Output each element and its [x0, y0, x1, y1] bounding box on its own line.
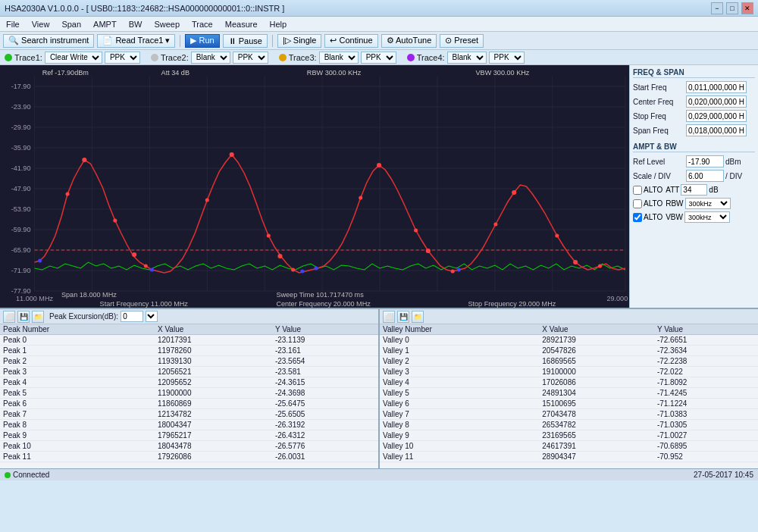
svg-point-51: [205, 199, 209, 202]
connected-indicator: [5, 472, 11, 478]
table-row: Valley 524891304-71.4245: [380, 388, 758, 399]
table-row: Peak 917965217-26.4312: [0, 430, 378, 441]
start-freq-label: Start Freq: [633, 83, 686, 92]
peak-btn3[interactable]: 📁: [32, 311, 44, 323]
svg-point-48: [573, 260, 578, 264]
scale-div-label: Scale / DIV: [633, 172, 686, 180]
menu-item-span[interactable]: Span: [58, 20, 84, 29]
trace-2-detect[interactable]: PPK: [233, 52, 268, 64]
svg-text:-65.90: -65.90: [11, 246, 31, 254]
app-title: HSA2030A V1.0.0.0 - [ USB0::1183::24682:…: [5, 4, 711, 13]
minimize-button[interactable]: −: [711, 2, 723, 14]
single-button[interactable]: |▷ Single: [277, 34, 322, 48]
menu-item-help[interactable]: Help: [267, 20, 290, 29]
center-freq-input[interactable]: [686, 95, 747, 108]
svg-text:-35.90: -35.90: [11, 144, 31, 152]
menu-item-bw[interactable]: BW: [126, 20, 146, 29]
stop-freq-input[interactable]: [686, 110, 747, 122]
trace-4-group: Trace4:BlankPPK: [407, 52, 525, 64]
scale-div-input[interactable]: [686, 170, 724, 182]
alto-vbw-checkbox[interactable]: [633, 213, 642, 222]
table-row: Peak 012017391-23.1139: [0, 335, 378, 346]
table-row: Valley 1024617391-70.6895: [380, 441, 758, 452]
pause-button[interactable]: ⏸ Pause: [223, 34, 268, 48]
valley-btn1[interactable]: ⬜: [383, 311, 395, 323]
stop-freq-label: Stop Freq: [633, 112, 686, 120]
peak-data-table: Peak Number X Value Y Value Peak 0120173…: [0, 324, 378, 468]
read-trace-button[interactable]: 📄 Read Trace1 ▾: [97, 34, 175, 48]
trace-1-detect[interactable]: PPK: [105, 52, 140, 64]
continue-button[interactable]: ↩ Continue: [324, 34, 377, 48]
svg-text:Ref  -17.90dBm: Ref -17.90dBm: [42, 69, 89, 77]
peak-excursion-select[interactable]: ▼: [146, 311, 158, 322]
start-freq-input[interactable]: [686, 81, 747, 93]
svg-point-54: [414, 229, 418, 233]
alto-att-checkbox[interactable]: [633, 186, 642, 195]
table-row: Valley 216869565-72.2238: [380, 356, 758, 367]
trace-2-mode[interactable]: Blank: [191, 52, 230, 64]
ampt-bw-section: AMPT & BW Ref Level dBm Scale / DIV / DI…: [633, 142, 755, 223]
trace-1-dot: [5, 54, 12, 61]
menu-item-view[interactable]: View: [29, 20, 53, 29]
trace-4-mode[interactable]: Blank: [447, 52, 487, 64]
trace-3-mode[interactable]: Blank: [319, 52, 359, 64]
trace-3-dot: [279, 54, 287, 61]
att-input[interactable]: [681, 184, 707, 196]
table-row: Peak 712134782-25.6505: [0, 409, 378, 420]
valley-data-table: Valley Number X Value Y Value Valley 028…: [380, 324, 758, 468]
svg-point-61: [38, 259, 42, 263]
peak-btn1[interactable]: ⬜: [3, 311, 15, 323]
trace-1-label: Trace1:: [14, 53, 42, 62]
peak-panel: ⬜ 💾 📁 Peak Excursion(dB): ▼ Peak Number …: [0, 309, 380, 468]
trace-2-label: Trace2:: [161, 53, 189, 62]
valley-btn3[interactable]: 📁: [412, 311, 424, 323]
trace-1-mode[interactable]: Clear Write: [45, 52, 102, 64]
close-button[interactable]: ✕: [741, 2, 753, 14]
table-row: Peak 412095652-24.3615: [0, 377, 378, 388]
peak-btn2[interactable]: 💾: [17, 311, 30, 323]
trace-3-detect[interactable]: PPK: [361, 52, 396, 64]
trace-4-detect[interactable]: PPK: [489, 52, 525, 64]
peak-excursion-input[interactable]: [121, 311, 143, 322]
ref-level-label: Ref Level: [633, 158, 686, 166]
valley-toolbar: ⬜ 💾 📁: [380, 309, 758, 324]
datetime-label: 27-05-2017 10:45: [694, 471, 753, 479]
statusbar: Connected 27-05-2017 10:45: [0, 468, 758, 480]
center-freq-row: Center Freq: [633, 95, 755, 108]
chart-container: -17.90 -23.90 -29.90 -35.90 -41.90 -47.9…: [0, 65, 629, 308]
alto-rbw-checkbox[interactable]: [633, 199, 642, 208]
menu-item-ampt[interactable]: AMPT: [90, 20, 120, 29]
titlebar: HSA2030A V1.0.0.0 - [ USB0::1183::24682:…: [0, 0, 758, 17]
valley-btn2[interactable]: 💾: [397, 311, 409, 323]
svg-point-46: [277, 254, 282, 258]
menu-item-measure[interactable]: Measure: [222, 20, 261, 29]
menu-item-trace[interactable]: Trace: [189, 20, 216, 29]
table-row: Peak 1117926086-26.0031: [0, 452, 378, 462]
rbw-select[interactable]: 300kHz 100kHz 30kHz: [685, 198, 731, 209]
svg-text:29.000 MHz: 29.000 MHz: [606, 295, 629, 302]
menu-item-sweep[interactable]: Sweep: [151, 20, 183, 29]
table-row: Valley 615100695-71.1224: [380, 399, 758, 409]
svg-point-55: [493, 223, 497, 227]
span-freq-label: Span Freq: [633, 127, 686, 135]
search-button[interactable]: 🔍 Search instrument: [3, 34, 94, 48]
preset-button[interactable]: ⊙ Preset: [440, 34, 484, 48]
svg-text:-17.90: -17.90: [11, 83, 31, 90]
scale-div-unit: / DIV: [725, 172, 742, 180]
run-button[interactable]: ▶ Run: [185, 34, 219, 48]
trace-1-group: Trace1:Clear WritePPK: [5, 52, 140, 64]
svg-point-58: [144, 264, 148, 268]
alto-vbw-label: ALTO: [644, 213, 662, 221]
freq-span-section: FREQ & SPAN Start Freq Center Freq Stop …: [633, 68, 755, 136]
svg-text:-71.90: -71.90: [11, 267, 31, 274]
maximize-button[interactable]: □: [726, 2, 738, 14]
peak-table: Peak Number X Value Y Value Peak 0120173…: [0, 324, 378, 462]
svg-point-44: [512, 190, 516, 195]
vbw-select[interactable]: 300kHz 100kHz 30kHz: [684, 211, 730, 223]
svg-text:VBW 300.00 KHz: VBW 300.00 KHz: [476, 69, 530, 77]
menu-item-file[interactable]: File: [3, 20, 23, 29]
svg-point-50: [113, 219, 117, 223]
span-freq-input[interactable]: [686, 124, 747, 136]
autotune-button[interactable]: ⚙ AutoTune: [381, 34, 437, 48]
ref-level-input[interactable]: [686, 155, 724, 167]
